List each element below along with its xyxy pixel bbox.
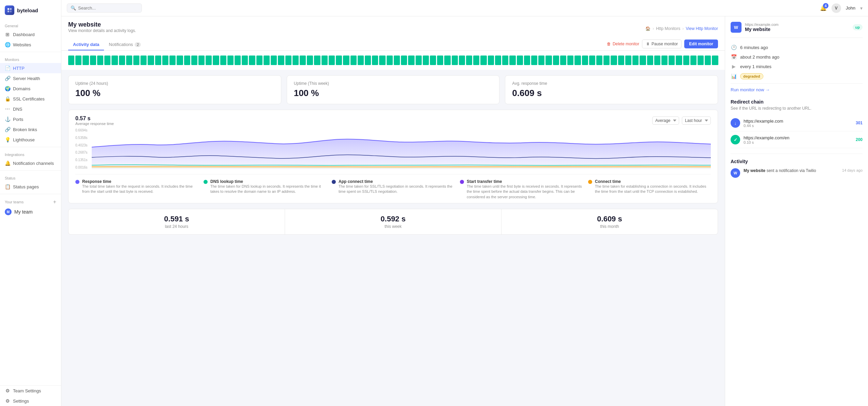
app-logo[interactable]: byteload — [0, 0, 61, 20]
redirect-item-1: ✓ https://example.com/en 0.10 s 200 — [731, 131, 863, 148]
search-input[interactable] — [78, 5, 138, 11]
pause-monitor-button[interactable]: ⏸ Pause monitor — [642, 40, 682, 48]
ssl-icon: 🔒 — [5, 96, 10, 102]
home-icon[interactable]: 🏠 — [645, 26, 650, 31]
uptime-bar-segment — [314, 56, 320, 65]
sidebar-item-label: Server Health — [13, 76, 40, 81]
add-team-button[interactable]: + — [53, 199, 56, 205]
bottom-stat-value: 0.591 s — [75, 215, 278, 223]
tab-activity[interactable]: Activity data — [68, 39, 104, 50]
sidebar-item-status-pages[interactable]: 📋 Status pages — [0, 182, 61, 192]
tab-notifications[interactable]: Notifications 2 — [104, 39, 146, 50]
legend-item-app-connect: App connect time The time taken for SSL/… — [332, 179, 454, 200]
chart-y-labels: 0.6694s0.5358s0.4023s0.2687s0.1351s0.001… — [75, 128, 91, 169]
chart-controls: Average Last hour — [652, 116, 711, 125]
legend-desc: The time taken for establishing a connec… — [595, 184, 711, 194]
uptime-bar-segment — [423, 56, 429, 65]
legend-dot — [460, 180, 464, 184]
sidebar-item-my-team[interactable]: M My team — [0, 206, 61, 217]
uptime-bar-segment — [235, 56, 241, 65]
sidebar-item-team-settings[interactable]: ⚙ Team Settings — [0, 386, 61, 396]
legend-title: Connect time — [595, 179, 711, 184]
run-monitor-link[interactable]: Run monitor now → — [731, 83, 863, 94]
user-name[interactable]: John — [846, 5, 855, 11]
notification-badge: 4 — [823, 3, 828, 9]
redirect-time-0: 0.44 s — [744, 124, 783, 128]
sidebar-item-label: Websites — [13, 42, 31, 47]
uptime-bar-segment — [350, 56, 357, 65]
sidebar-item-lighthouse[interactable]: 💡 Lighthouse — [0, 135, 61, 145]
bottom-stat-card: 0.609 s this month — [502, 209, 718, 234]
uptime-bar-segment — [524, 56, 530, 65]
sidebar-item-http[interactable]: 📄 HTTP — [0, 63, 61, 73]
user-avatar[interactable]: V — [832, 3, 841, 13]
redirect-chain-subtitle: See if the URL is redirecting to another… — [731, 106, 863, 111]
chart-y-label: 0.6694s — [75, 128, 91, 132]
uptime-bar-segment — [408, 56, 414, 65]
uptime-bar-segment — [321, 56, 328, 65]
breadcrumb: 🏠 › Http Monitors › View Http Monitor — [645, 26, 718, 31]
dns-icon: ⋯ — [5, 106, 10, 112]
uptime-24h-label: Uptime (24 hours) — [75, 81, 274, 86]
page-header-top: My website View monitor details and acti… — [68, 21, 718, 36]
topbar: 🔍 🔔 4 V John ▾ — [61, 0, 868, 16]
notification-button[interactable]: 🔔 4 — [820, 5, 827, 11]
sidebar-item-ssl[interactable]: 🔒 SSL Certificates — [0, 94, 61, 104]
monitor-url: https://example.com — [745, 22, 778, 27]
chart-average-select[interactable]: Average — [652, 116, 679, 125]
legend-title: Response time — [82, 179, 198, 184]
activity-avatar: W — [731, 168, 740, 178]
uptime-bar-segment — [531, 56, 537, 65]
breadcrumb-http-monitors[interactable]: Http Monitors — [656, 26, 680, 31]
uptime-bar-segment — [466, 56, 472, 65]
uptime-bar-segment — [647, 56, 653, 65]
stat-card-uptime-week: Uptime (This week) 100 % — [287, 75, 500, 104]
sidebar-item-server-health[interactable]: 🔗 Server Health — [0, 73, 61, 83]
uptime-bar-segment — [517, 56, 523, 65]
redirect-time-1: 0.10 s — [744, 140, 789, 144]
uptime-bar-segment — [90, 56, 96, 65]
uptime-bar-segment — [177, 56, 183, 65]
edit-monitor-button[interactable]: Edit monitor — [684, 40, 718, 48]
sidebar-item-ports[interactable]: ⚓ Ports — [0, 114, 61, 124]
sidebar-item-label: Ports — [13, 117, 23, 122]
uptime-bar-segment — [452, 56, 458, 65]
check-interval: every 1 minutes — [740, 64, 772, 69]
uptime-bar-segment — [83, 56, 89, 65]
legend-desc: The time taken for SSL/TLS negotiation i… — [339, 184, 454, 194]
sidebar-item-notification-channels[interactable]: 🔔 Notification channels — [0, 158, 61, 168]
uptime-bar-segment — [698, 56, 704, 65]
chart-title: 0.57 s — [75, 115, 114, 122]
page-header: My website View monitor details and acti… — [61, 16, 725, 51]
sidebar-item-websites[interactable]: 🌐 Websites — [0, 40, 61, 50]
legend-desc: The total time taken for the request in … — [82, 184, 198, 194]
uptime-bar-segment — [169, 56, 176, 65]
content: My website View monitor details and acti… — [61, 16, 868, 406]
sidebar-item-label: Notification channels — [13, 161, 54, 166]
sidebar-item-domains[interactable]: 🌍 Domains — [0, 83, 61, 94]
tab-activity-label: Activity data — [73, 42, 99, 47]
info-row-time: 🕐 6 minutes ago — [731, 43, 863, 52]
sidebar-item-label: Dashboard — [13, 32, 35, 37]
uptime-week-value: 100 % — [294, 88, 493, 98]
sidebar-item-dns[interactable]: ⋯ DNS — [0, 104, 61, 114]
delete-monitor-button[interactable]: 🗑 Delete monitor — [607, 42, 639, 46]
calendar-icon: 📅 — [731, 54, 737, 60]
search-box[interactable]: 🔍 — [67, 3, 142, 13]
sidebar-item-broken-links[interactable]: 🔗 Broken links — [0, 124, 61, 135]
legend-title: DNS lookup time — [210, 179, 326, 184]
uptime-bar-segment — [148, 56, 154, 65]
chart-y-label: 0.4023s — [75, 143, 91, 147]
sidebar-item-settings[interactable]: ⚙ Settings — [0, 396, 61, 406]
uptime-bar-segment — [545, 56, 552, 65]
sidebar-bottom: ⚙ Team Settings ⚙ Settings — [0, 385, 61, 406]
uptime-bar-segment — [603, 56, 610, 65]
server-health-icon: 🔗 — [5, 76, 10, 81]
sidebar-item-dashboard[interactable]: ⊞ Dashboard — [0, 29, 61, 40]
user-dropdown-icon[interactable]: ▾ — [860, 5, 863, 11]
sidebar-item-label: Domains — [13, 86, 30, 91]
uptime-bar-segment — [213, 56, 219, 65]
uptime-bar-segment — [242, 56, 248, 65]
chart-period-select[interactable]: Last hour — [682, 116, 711, 125]
monitor-info-card: W https://example.com My website up — [731, 22, 863, 38]
